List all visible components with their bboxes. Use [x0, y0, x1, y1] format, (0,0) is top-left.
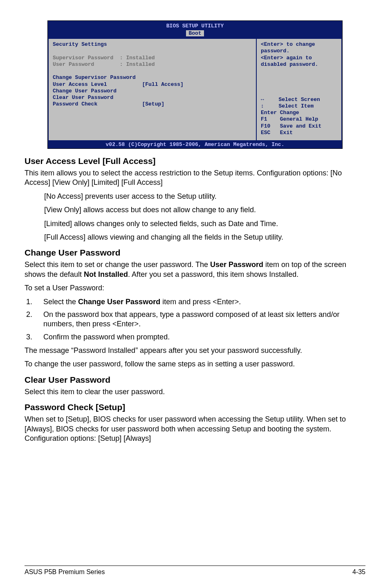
steps-list: Select the Change User Password item and… — [25, 297, 365, 342]
bios-pwcheck-label: Password Check — [53, 101, 97, 107]
bios-tab-boot[interactable]: Boot — [186, 30, 204, 36]
option-view-only: [View Only] allows access but does not a… — [44, 205, 365, 215]
heading-user-access-level: User Access Level [Full Access] — [25, 156, 365, 166]
paragraph: To change the user password, follow the … — [25, 359, 365, 369]
bios-ual-value: [Full Access] — [142, 81, 183, 88]
bios-item-user-access-level[interactable]: User Access Level [Full Access] — [53, 81, 252, 88]
step-3: Confirm the password when prompted. — [34, 332, 365, 342]
bios-titlebar: BIOS SETUP UTILITY — [48, 21, 342, 29]
bios-help-line: <Enter> again to — [261, 55, 337, 61]
paragraph: When set to [Setup], BIOS checks for use… — [25, 415, 365, 443]
bios-nav-f1: F1 General Help — [261, 116, 337, 123]
heading-change-user-password: Change User Password — [25, 248, 365, 258]
page-footer: ASUS P5B Premium Series 4-35 — [25, 568, 365, 576]
option-full-access: [Full Access] allows viewing and changin… — [44, 233, 365, 242]
heading-password-check: Password Check [Setup] — [25, 402, 365, 412]
bios-nav-esc: ESC Exit — [261, 130, 337, 136]
bios-nav-select-item: Select Item — [278, 103, 314, 109]
bios-item-password-check[interactable]: Password Check [Setup] — [53, 101, 252, 108]
step-1: Select the Change User Password item and… — [34, 297, 365, 307]
paragraph: The message “Password Installed” appears… — [25, 346, 365, 355]
paragraph: Select this item to set or change the us… — [25, 260, 365, 279]
bios-item-change-supervisor[interactable]: Change Supervisor Password — [53, 74, 252, 81]
bios-user-status: User Password : Installed — [53, 61, 252, 68]
bold-user-password: User Password — [210, 260, 263, 269]
bios-title: BIOS SETUP UTILITY — [166, 23, 224, 29]
option-limited: [Limited] allows changes only to selecte… — [44, 219, 365, 229]
footer-divider — [25, 566, 365, 566]
option-no-access: [No Access] prevents user access to the … — [44, 192, 365, 201]
bios-nav-keys: ↔ Select Screen ↕ Select Item Enter Chan… — [261, 97, 337, 137]
bios-pwcheck-value: [Setup] — [142, 101, 164, 107]
bios-tab-row: Boot — [48, 29, 342, 37]
arrows-ud-icon: ↕ — [261, 103, 269, 110]
bios-help-text: <Enter> to change password. <Enter> agai… — [261, 41, 337, 68]
heading-clear-user-password: Clear User Password — [25, 375, 365, 385]
bold-not-installed: Not Installed — [84, 270, 128, 278]
footer-page-number: 4-35 — [352, 568, 365, 576]
footer-product: ASUS P5B Premium Series — [25, 568, 105, 576]
bios-supervisor-status: Supervisor Password : Installed — [53, 55, 252, 61]
arrows-lr-icon: ↔ — [261, 97, 269, 103]
bios-ual-label: User Access Level — [53, 81, 107, 88]
step-2: On the password box that appears, type a… — [34, 310, 365, 329]
bold-change-user-password: Change User Password — [78, 298, 160, 306]
bios-nav-select-screen: Select Screen — [278, 97, 320, 103]
bios-right-pane: <Enter> to change password. <Enter> agai… — [256, 38, 342, 141]
bios-item-change-user[interactable]: Change User Password — [53, 88, 252, 94]
bios-screenshot: BIOS SETUP UTILITY Boot Security Setting… — [47, 20, 343, 149]
bios-help-line: disabled password. — [261, 61, 337, 68]
bios-item-clear-user[interactable]: Clear User Password — [53, 94, 252, 101]
paragraph: This item allows you to select the acces… — [25, 168, 365, 188]
bios-left-pane: Security Settings Supervisor Password : … — [48, 38, 256, 141]
bios-help-line: <Enter> to change — [261, 41, 337, 48]
bios-help-line: password. — [261, 48, 337, 54]
bios-nav-f10: F10 Save and Exit — [261, 123, 337, 130]
paragraph: Select this item to clear the user passw… — [25, 387, 365, 397]
bios-copyright-footer: v02.58 (C)Copyright 1985-2006, American … — [48, 141, 342, 148]
paragraph: To set a User Password: — [25, 283, 365, 293]
bios-nav-enter: Enter Change — [261, 110, 337, 116]
bios-section-heading: Security Settings — [53, 41, 252, 48]
